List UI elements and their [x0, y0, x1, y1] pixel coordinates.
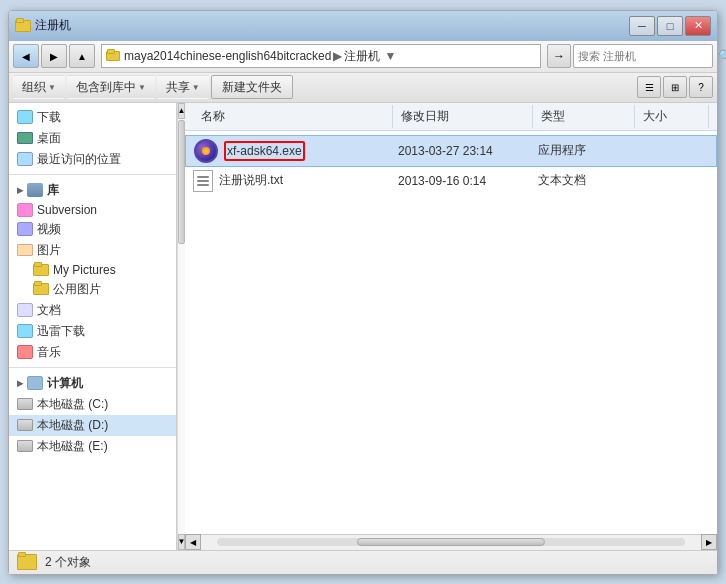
command-toolbar: 组织 ▼ 包含到库中 ▼ 共享 ▼ 新建文件夹 ☰ ⊞ ?	[9, 73, 717, 103]
drive-d-icon	[17, 419, 33, 431]
address-path2: 注册机	[344, 48, 380, 65]
thunder-folder-icon	[17, 324, 33, 338]
exe-file-date: 2013-03-27 23:14	[398, 144, 538, 158]
col-header-size[interactable]: 大小	[635, 105, 709, 128]
quick-access-section: 下载 桌面 最近访问的位置	[9, 107, 176, 170]
video-folder-icon	[17, 222, 33, 236]
close-button[interactable]: ✕	[685, 16, 711, 36]
scroll-thumb[interactable]	[357, 538, 544, 546]
include-dropdown-icon: ▼	[138, 83, 146, 92]
sidebar-item-thunder[interactable]: 迅雷下载	[9, 321, 176, 342]
sidebar-item-publicpictures[interactable]: 公用图片	[9, 279, 176, 300]
sidebar-item-drive-e[interactable]: 本地磁盘 (E:)	[9, 436, 176, 457]
txt-file-icon	[193, 170, 213, 192]
title-buttons: ─ □ ✕	[629, 16, 711, 36]
download-folder-icon	[17, 110, 33, 124]
forward-button[interactable]: ▶	[41, 44, 67, 68]
computer-header[interactable]: ▶ 计算机	[9, 371, 176, 394]
sidebar: 下载 桌面 最近访问的位置 ▶ 库	[9, 103, 177, 550]
address-toolbar: ◀ ▶ ▲ maya2014chinese-english64bitcracke…	[9, 41, 717, 73]
status-count: 2 个对象	[45, 554, 91, 571]
horizontal-scrollbar[interactable]: ◀ ▶	[185, 534, 717, 550]
col-header-type[interactable]: 类型	[533, 105, 635, 128]
svn-folder-icon	[17, 203, 33, 217]
documents-folder-icon	[17, 303, 33, 317]
libraries-section: ▶ 库 Subversion 视频 图片 My	[9, 178, 176, 363]
exe-filename-text: xf-adsk64.exe	[227, 144, 302, 158]
txt-filename-text: 注册说明.txt	[219, 172, 283, 189]
search-icon[interactable]: 🔍	[718, 49, 726, 63]
mypictures-folder-icon	[33, 264, 49, 276]
maximize-button[interactable]: □	[657, 16, 683, 36]
column-headers: 名称 修改日期 类型 大小	[185, 103, 717, 131]
sidebar-item-mypictures[interactable]: My Pictures	[9, 261, 176, 279]
sidebar-item-desktop[interactable]: 桌面	[9, 128, 176, 149]
sidebar-item-drive-c[interactable]: 本地磁盘 (C:)	[9, 394, 176, 415]
sidebar-item-music[interactable]: 音乐	[9, 342, 176, 363]
file-name-exe: xf-adsk64.exe	[194, 139, 398, 163]
up-button[interactable]: ▲	[69, 44, 95, 68]
sidebar-item-download[interactable]: 下载	[9, 107, 176, 128]
libraries-expand-icon: ▶	[17, 186, 23, 195]
scroll-left-button[interactable]: ◀	[185, 534, 201, 550]
share-dropdown-icon: ▼	[192, 83, 200, 92]
pictures-folder-icon	[17, 244, 33, 256]
sidebar-scrollbar[interactable]: ▲ ▼	[177, 103, 185, 550]
sidebar-item-video[interactable]: 视频	[9, 219, 176, 240]
sidebar-item-subversion[interactable]: Subversion	[9, 201, 176, 219]
organize-dropdown-icon: ▼	[48, 83, 56, 92]
view-details-button[interactable]: ⊞	[663, 76, 687, 98]
scroll-right-button[interactable]: ▶	[701, 534, 717, 550]
music-folder-icon	[17, 345, 33, 359]
col-header-date[interactable]: 修改日期	[393, 105, 533, 128]
computer-icon	[27, 376, 43, 390]
status-folder-icon	[17, 554, 37, 570]
title-bar: 注册机 ─ □ ✕	[9, 11, 717, 41]
address-dropdown[interactable]: ▼	[384, 49, 396, 63]
new-folder-button[interactable]: 新建文件夹	[211, 75, 293, 99]
back-button[interactable]: ◀	[13, 44, 39, 68]
sidebar-item-recent[interactable]: 最近访问的位置	[9, 149, 176, 170]
file-list: xf-adsk64.exe 2013-03-27 23:14 应用程序	[185, 131, 717, 534]
computer-expand-icon: ▶	[17, 379, 23, 388]
title-bar-left: 注册机	[15, 17, 71, 34]
libraries-icon	[27, 183, 43, 197]
minimize-button[interactable]: ─	[629, 16, 655, 36]
help-button[interactable]: ?	[689, 76, 713, 98]
search-bar[interactable]: 🔍	[573, 44, 713, 68]
exe-highlight-box: xf-adsk64.exe	[224, 141, 305, 161]
share-button[interactable]: 共享 ▼	[157, 75, 209, 99]
sidebar-scroll-up[interactable]: ▲	[178, 103, 185, 119]
file-row-txt[interactable]: 注册说明.txt 2013-09-16 0:14 文本文档	[185, 167, 717, 195]
main-area: 下载 桌面 最近访问的位置 ▶ 库	[9, 103, 717, 550]
sidebar-scroll-track	[178, 119, 185, 534]
sidebar-item-drive-d[interactable]: 本地磁盘 (D:)	[9, 415, 176, 436]
scroll-track	[217, 538, 685, 546]
organize-button[interactable]: 组织 ▼	[13, 75, 65, 99]
view-toggle-button[interactable]: ☰	[637, 76, 661, 98]
recent-folder-icon	[17, 152, 33, 166]
file-row-exe[interactable]: xf-adsk64.exe 2013-03-27 23:14 应用程序	[185, 135, 717, 167]
exe-file-icon	[194, 139, 218, 163]
window-title: 注册机	[35, 17, 71, 34]
drive-e-icon	[17, 440, 33, 452]
address-bar[interactable]: maya2014chinese-english64bitcracked ▶ 注册…	[101, 44, 541, 68]
col-header-name[interactable]: 名称	[193, 105, 393, 128]
file-name-txt: 注册说明.txt	[193, 170, 398, 192]
search-input[interactable]	[578, 50, 716, 62]
drive-c-icon	[17, 398, 33, 410]
address-separator: ▶	[333, 49, 342, 63]
sidebar-item-documents[interactable]: 文档	[9, 300, 176, 321]
libraries-header[interactable]: ▶ 库	[9, 178, 176, 201]
sidebar-scroll-down[interactable]: ▼	[178, 534, 185, 550]
window-icon	[15, 20, 31, 32]
go-button[interactable]: →	[547, 44, 571, 68]
status-bar: 2 个对象	[9, 550, 717, 574]
computer-section: ▶ 计算机 本地磁盘 (C:) 本地磁盘 (D:) 本地磁盘 (E:)	[9, 371, 176, 457]
include-library-button[interactable]: 包含到库中 ▼	[67, 75, 155, 99]
sidebar-item-pictures[interactable]: 图片	[9, 240, 176, 261]
address-path1: maya2014chinese-english64bitcracked	[124, 49, 331, 63]
sidebar-scroll-thumb[interactable]	[178, 120, 185, 245]
txt-file-date: 2013-09-16 0:14	[398, 174, 538, 188]
content-area: 名称 修改日期 类型 大小 xf-adsk64.exe 2013-03-27 2…	[185, 103, 717, 550]
